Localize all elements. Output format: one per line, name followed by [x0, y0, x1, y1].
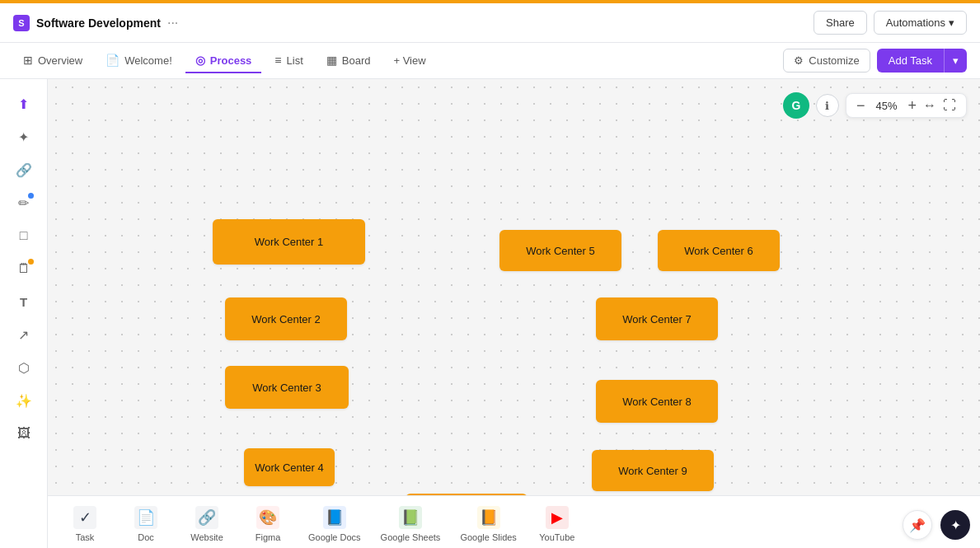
toolbar-doc-label: Doc [138, 532, 154, 542]
topbar-right: Share Automations ▾ [814, 11, 967, 35]
google-slides-icon: 📙 [477, 506, 500, 529]
toolbar-google-docs[interactable]: 📘 Google Docs [308, 506, 361, 542]
project-options-button[interactable]: ··· [167, 16, 178, 30]
sidebar-icon-arrow[interactable]: ↗ [9, 320, 39, 349]
add-task-chevron-icon[interactable]: ▾ [944, 49, 967, 73]
user-avatar: G [783, 92, 809, 119]
task-icon: ✓ [73, 506, 96, 529]
user-zoom-row: G ℹ − 45% + ↔ ⛶ [783, 92, 967, 119]
sidebar-icon-network[interactable]: ⬡ [9, 353, 39, 382]
work-center-2[interactable]: Work Center 2 [225, 297, 347, 340]
toolbar-google-sheets[interactable]: 📗 Google Sheets [381, 506, 441, 542]
sidebar-icon-note[interactable]: 🗒 [9, 254, 39, 283]
add-task-button[interactable]: Add Task ▾ [877, 49, 967, 73]
tab-board[interactable]: ▦ Board [317, 49, 381, 73]
canvas-area[interactable]: G ℹ − 45% + ↔ ⛶ Work Center 1 Work Cente… [48, 79, 980, 548]
toolbar-figma-label: Figma [256, 532, 281, 542]
topbar-left: S Software Development ··· [13, 15, 178, 31]
toolbar-task[interactable]: ✓ Task [64, 506, 106, 542]
youtube-icon: ▶ [546, 506, 569, 529]
note-dot [28, 259, 34, 265]
sidebar-icon-link[interactable]: 🔗 [9, 155, 39, 185]
pin-button[interactable]: 📌 [903, 510, 932, 540]
sidebar-icon-cursor[interactable]: ⬆ [9, 89, 39, 119]
toolbar-google-slides-label: Google Slides [460, 532, 517, 542]
app-logo: S [13, 15, 30, 31]
work-center-4a[interactable]: Work Center 4 [244, 448, 335, 486]
sidebar-icon-rect[interactable]: □ [9, 221, 39, 251]
nav-tabs: ⊞ Overview 📄 Welcome! ◎ Process ≡ List ▦… [0, 43, 980, 79]
customize-button[interactable]: ⚙ Customize [783, 49, 870, 73]
pen-dot [28, 193, 34, 199]
project-name: Software Development [36, 16, 161, 30]
tab-list[interactable]: ≡ List [265, 49, 312, 73]
toolbar-task-label: Task [76, 532, 95, 542]
board-icon: ▦ [326, 54, 337, 67]
tab-welcome-label: Welcome! [124, 54, 172, 67]
figma-icon: 🎨 [256, 506, 279, 529]
sidebar-icon-image[interactable]: 🖼 [9, 419, 39, 448]
zoom-out-button[interactable]: − [856, 98, 865, 113]
work-center-3[interactable]: Work Center 3 [225, 366, 349, 409]
sidebar-icon-pen[interactable]: ✏ [9, 188, 39, 218]
toolbar-figma[interactable]: 🎨 Figma [247, 506, 288, 542]
sparkle-fab-button[interactable]: ✦ [940, 510, 970, 540]
tab-add-view[interactable]: + View [383, 49, 435, 73]
topbar: S Software Development ··· Share Automat… [0, 3, 980, 43]
zoom-fit-button[interactable]: ↔ [923, 98, 936, 113]
tab-board-label: Board [342, 54, 371, 67]
work-center-9[interactable]: Work Center 9 [592, 450, 714, 491]
zoom-controls: − 45% + ↔ ⛶ [846, 93, 967, 118]
tab-list-label: List [287, 54, 303, 67]
doc-icon: 📄 [134, 506, 157, 529]
work-center-1[interactable]: Work Center 1 [213, 219, 365, 265]
process-icon: ◎ [195, 54, 205, 67]
toolbar-youtube-label: YouTube [539, 532, 574, 542]
add-task-label[interactable]: Add Task [877, 49, 944, 73]
work-center-5[interactable]: Work Center 5 [499, 230, 621, 271]
tab-overview[interactable]: ⊞ Overview [13, 49, 92, 73]
toolbar-google-docs-label: Google Docs [308, 532, 361, 542]
list-icon: ≡ [274, 54, 281, 67]
toolbar-doc[interactable]: 📄 Doc [125, 506, 166, 542]
google-sheets-icon: 📗 [399, 506, 422, 529]
zoom-percentage: 45% [871, 100, 901, 112]
tab-welcome[interactable]: 📄 Welcome! [96, 49, 182, 73]
work-center-7[interactable]: Work Center 7 [596, 297, 718, 340]
tab-process-label: Process [210, 54, 252, 67]
welcome-icon: 📄 [106, 54, 120, 67]
tab-process[interactable]: ◎ Process [185, 49, 262, 73]
sidebar-icon-sparkle[interactable]: ✦ [9, 122, 39, 152]
automations-label: Automations [886, 16, 945, 29]
customize-label: Customize [809, 54, 859, 67]
zoom-in-button[interactable]: + [907, 98, 917, 113]
toolbar-google-slides[interactable]: 📙 Google Slides [460, 506, 517, 542]
add-view-label: + View [393, 54, 425, 67]
sidebar-icon-wand[interactable]: ✨ [9, 386, 39, 415]
info-button[interactable]: ℹ [816, 94, 839, 117]
main-layout: ⬆ ✦ 🔗 ✏ □ 🗒 T ↗ ⬡ ✨ 🖼 G ℹ − 45% + ↔ ⛶ [0, 79, 980, 548]
gear-icon: ⚙ [794, 54, 804, 67]
toolbar-website[interactable]: 🔗 Website [186, 506, 227, 542]
work-center-8[interactable]: Work Center 8 [596, 380, 718, 423]
automations-chevron-icon: ▾ [949, 16, 954, 29]
sidebar-icon-text[interactable]: T [9, 287, 39, 316]
automations-button[interactable]: Automations ▾ [874, 11, 967, 35]
zoom-fullscreen-button[interactable]: ⛶ [943, 98, 956, 113]
nav-right: ⚙ Customize Add Task ▾ [783, 49, 967, 73]
google-docs-icon: 📘 [323, 506, 346, 529]
website-icon: 🔗 [195, 506, 218, 529]
toolbar-youtube[interactable]: ▶ YouTube [537, 506, 578, 542]
toolbar-website-label: Website [190, 532, 223, 542]
sidebar: ⬆ ✦ 🔗 ✏ □ 🗒 T ↗ ⬡ ✨ 🖼 [0, 79, 48, 548]
toolbar-google-sheets-label: Google Sheets [381, 532, 441, 542]
tab-overview-label: Overview [38, 54, 82, 67]
overview-icon: ⊞ [23, 54, 33, 67]
work-center-6[interactable]: Work Center 6 [658, 230, 780, 271]
bottom-toolbar: ✓ Task 📄 Doc 🔗 Website 🎨 Figma 📘 Google … [48, 495, 980, 548]
share-button[interactable]: Share [814, 11, 867, 35]
